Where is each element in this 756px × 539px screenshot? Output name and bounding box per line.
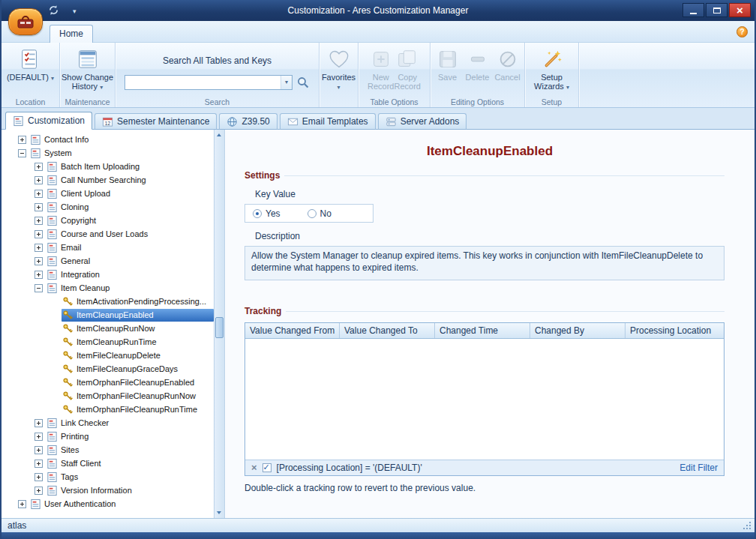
expand-icon[interactable]	[18, 500, 26, 508]
radio-yes[interactable]: Yes	[253, 208, 280, 219]
delete-button[interactable]: Delete	[463, 45, 493, 96]
column-header[interactable]: Value Changed From	[245, 323, 340, 338]
sync-icon[interactable]	[48, 4, 59, 16]
combo-dropdown-icon[interactable]	[280, 76, 292, 89]
collapse-icon[interactable]	[18, 149, 26, 157]
tree-item[interactable]: Tags	[2, 470, 214, 484]
expand-icon[interactable]	[34, 230, 43, 238]
column-header[interactable]: Changed Time	[435, 323, 530, 338]
tab-email-templates[interactable]: Email Templates	[280, 113, 376, 130]
tree-item[interactable]: Client Upload	[2, 187, 214, 200]
tree-item[interactable]: Sites	[2, 443, 214, 457]
expand-icon[interactable]	[34, 176, 43, 184]
tree-item[interactable]: Version Information	[2, 484, 214, 497]
copy-record-icon	[396, 48, 418, 70]
tab-server-addons[interactable]: Server Addons	[378, 113, 467, 130]
tab-home[interactable]: Home	[50, 25, 93, 43]
expand-icon[interactable]	[18, 136, 26, 144]
tab-customization[interactable]: Customization	[5, 112, 92, 130]
tree-item[interactable]: Link Checker	[2, 416, 214, 430]
form-icon	[46, 418, 58, 429]
tree-item-selected[interactable]: ItemCleanupEnabled	[2, 308, 214, 322]
expand-icon[interactable]	[34, 257, 43, 265]
tree-item[interactable]: ItemOrphanFileCleanupRunTime	[2, 403, 214, 416]
favorites-button[interactable]: Favorites	[322, 45, 356, 96]
application-menu-button[interactable]	[8, 8, 43, 35]
key-icon	[62, 404, 74, 415]
column-header[interactable]: Value Changed To	[340, 323, 435, 338]
tree-scrollbar[interactable]	[214, 130, 224, 518]
expand-icon[interactable]	[34, 271, 43, 279]
tree-item[interactable]: Printing	[2, 430, 214, 443]
expand-icon[interactable]	[34, 419, 43, 427]
key-icon	[62, 296, 74, 307]
tree-item[interactable]: Call Number Searching	[2, 173, 214, 187]
cancel-button[interactable]: Cancel	[493, 45, 523, 96]
search-icon[interactable]	[296, 76, 310, 89]
tree-item[interactable]: Batch Item Uploading	[2, 160, 214, 173]
expand-icon[interactable]	[34, 446, 43, 454]
radio-no[interactable]: No	[308, 208, 332, 219]
expand-icon[interactable]	[34, 473, 43, 481]
tree-item[interactable]: Email	[2, 241, 214, 254]
default-location-button[interactable]: (DEFAULT)	[7, 45, 54, 96]
filter-checkbox[interactable]	[262, 463, 272, 472]
edit-filter-link[interactable]: Edit Filter	[680, 463, 718, 473]
hint-text: Double-click a tracking row to revert to…	[244, 483, 724, 493]
tree-item[interactable]: Contact Info	[2, 133, 214, 146]
resize-grip[interactable]	[743, 521, 752, 529]
copy-record-button[interactable]: Copy Record	[394, 45, 421, 96]
tab-z3950[interactable]: Z39.50	[219, 113, 277, 130]
expand-icon[interactable]	[34, 217, 43, 225]
tree-item[interactable]: Copyright	[2, 214, 214, 227]
tree-item[interactable]: Staff Client	[2, 457, 214, 470]
tree-item[interactable]: ItemCleanupRunTime	[2, 335, 214, 349]
scroll-down-icon[interactable]	[214, 508, 224, 518]
tab-semester-maintenance[interactable]: 12 Semester Maintenance	[94, 113, 217, 130]
tree-item[interactable]: ItemActivationPendingProcessing...	[2, 295, 214, 308]
scrollbar-thumb[interactable]	[215, 317, 224, 338]
tree-item[interactable]: General	[2, 254, 214, 268]
expand-icon[interactable]	[34, 203, 43, 211]
show-change-history-button[interactable]: Show Change History	[62, 45, 113, 96]
clear-filter-icon[interactable]	[251, 463, 257, 473]
tree-item[interactable]: ItemCleanupRunNow	[2, 322, 214, 335]
tree-item[interactable]: System	[2, 146, 214, 160]
expand-icon[interactable]	[34, 487, 43, 495]
collapse-icon[interactable]	[34, 284, 43, 292]
tree-item[interactable]: ItemFileCleanupDelete	[2, 349, 214, 362]
form-icon	[13, 115, 24, 127]
tree-item[interactable]: User Authentication	[2, 497, 214, 511]
column-header[interactable]: Processing Location	[626, 323, 724, 338]
key-icon	[62, 323, 74, 334]
description-field[interactable]: Allow the System Manager to cleanup expi…	[244, 246, 724, 280]
tree-item[interactable]: ItemFileCleanupGraceDays	[2, 362, 214, 376]
expand-icon[interactable]	[34, 244, 43, 252]
expand-icon[interactable]	[34, 190, 43, 198]
expand-icon[interactable]	[34, 460, 43, 468]
setup-wizards-button[interactable]: Setup Wizards	[534, 45, 569, 96]
expand-icon[interactable]	[34, 163, 43, 171]
tree-item[interactable]: ItemOrphanFileCleanupEnabled	[2, 376, 214, 389]
search-combobox[interactable]	[124, 75, 292, 90]
quick-access-dropdown-icon[interactable]	[73, 5, 76, 16]
new-record-button[interactable]: New Record	[368, 45, 394, 96]
expand-icon[interactable]	[34, 433, 43, 441]
tree-item[interactable]: Integration	[2, 268, 214, 281]
minimize-button[interactable]	[682, 3, 704, 17]
tree-item[interactable]: Course and User Loads	[2, 227, 214, 241]
help-icon[interactable]	[736, 26, 748, 37]
column-header[interactable]: Changed By	[530, 323, 626, 338]
tree-item[interactable]: Item Cleanup	[2, 281, 214, 295]
save-button[interactable]: Save	[433, 45, 463, 96]
tree-item[interactable]: Cloning	[2, 200, 214, 214]
wizard-wand-icon	[541, 48, 563, 70]
search-input[interactable]	[128, 76, 280, 88]
form-icon	[46, 283, 58, 294]
group-caption-maintenance: Maintenance	[60, 97, 115, 106]
tree-item[interactable]: ItemOrphanFileCleanupRunNow	[2, 389, 214, 403]
close-button[interactable]	[729, 3, 751, 17]
maximize-button[interactable]	[706, 3, 728, 17]
scroll-up-icon[interactable]	[214, 130, 224, 140]
key-icon	[62, 337, 74, 348]
